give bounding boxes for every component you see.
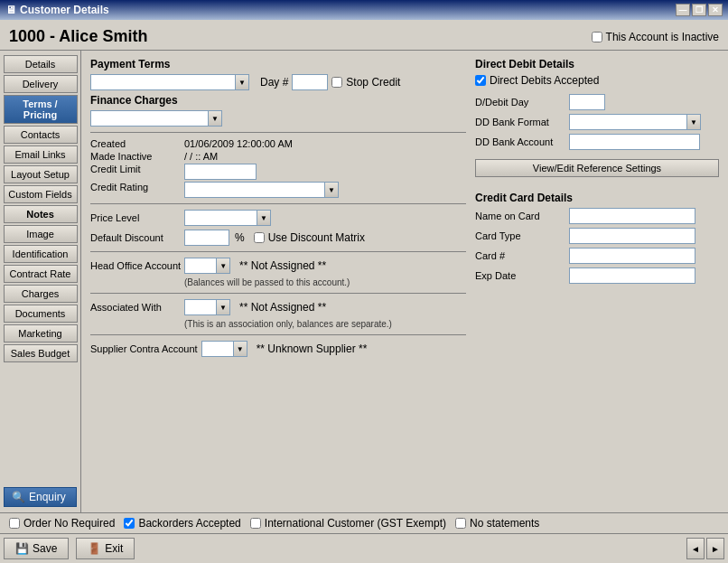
price-level-combo: Retail ▼: [184, 210, 271, 226]
supplier-contra-combo: 505 ▼: [201, 341, 247, 357]
payment-terms-title: Payment Terms: [90, 58, 466, 70]
sidebar-item-terms-pricing[interactable]: Terms / Pricing: [4, 95, 78, 124]
backorders-accepted-checkbox[interactable]: [124, 518, 135, 529]
card-number-label: Card #: [475, 250, 565, 261]
inactive-label: This Account is Inactive: [606, 31, 719, 43]
sidebar-item-image[interactable]: Image: [4, 225, 78, 243]
associated-with-input[interactable]: 0: [184, 299, 216, 315]
sidebar-item-delivery[interactable]: Delivery: [4, 75, 78, 93]
payment-term-input[interactable]: Given Day After EOM: [90, 74, 235, 90]
associated-with-combo: 0 ▼: [184, 299, 230, 315]
exit-button[interactable]: 🚪 Exit: [76, 538, 135, 559]
default-discount-input[interactable]: 5.00: [184, 230, 229, 246]
sidebar-item-notes[interactable]: Notes: [4, 205, 78, 223]
head-office-label: Head Office Account: [90, 260, 181, 271]
credit-limit-input[interactable]: 25000: [184, 164, 257, 180]
credit-rating-label: Credit Rating: [90, 182, 181, 198]
enquiry-button[interactable]: 🔍 Enquiry: [4, 487, 77, 507]
sidebar-item-charges[interactable]: Charges: [4, 285, 78, 303]
associated-with-dropdown-btn[interactable]: ▼: [216, 299, 230, 315]
sidebar-item-marketing[interactable]: Marketing: [4, 324, 78, 342]
card-type-input[interactable]: [569, 228, 695, 244]
action-bar: 💾 Save 🚪 Exit ◄ ►: [0, 533, 728, 563]
nav-next-button[interactable]: ►: [706, 538, 724, 559]
app-icon: 🖥: [5, 4, 16, 16]
exp-date-label: Exp Date: [475, 270, 565, 281]
no-statements-checkbox[interactable]: [455, 518, 466, 529]
restore-button[interactable]: ❐: [692, 4, 706, 16]
credit-rating-input[interactable]: Very good, pays on time: [184, 182, 324, 198]
order-no-required-label: Order No Required: [23, 517, 115, 530]
head-office-dropdown-btn[interactable]: ▼: [216, 258, 230, 274]
debit-day-input[interactable]: 1: [569, 94, 605, 110]
bank-account-input[interactable]: 01-0834- -00: [569, 134, 700, 150]
sidebar-item-details[interactable]: Details: [4, 55, 78, 73]
price-level-dropdown-btn[interactable]: ▼: [257, 210, 271, 226]
debit-day-row: D/Debit Day 1: [475, 94, 719, 110]
sidebar-item-layout-setup[interactable]: Layout Setup: [4, 165, 78, 183]
sidebar-item-identification[interactable]: Identification: [4, 245, 78, 263]
supplier-contra-label: Supplier Contra Account: [90, 343, 198, 354]
direct-debits-accepted-checkbox[interactable]: [475, 75, 486, 86]
supplier-contra-input[interactable]: 505: [201, 341, 233, 357]
created-value: 01/06/2009 12:00:00 AM: [184, 138, 466, 149]
save-button[interactable]: 💾 Save: [4, 538, 69, 559]
finance-rate-input[interactable]: Use Default Rate: [90, 110, 208, 127]
international-customer-checkbox[interactable]: [250, 518, 261, 529]
exp-date-row: Exp Date: [475, 267, 719, 284]
sidebar-item-sales-budget[interactable]: Sales Budget: [4, 344, 78, 362]
view-reference-settings-button[interactable]: View/Edit Reference Settings: [475, 159, 719, 177]
head-office-note: (Balances will be passed to this account…: [184, 277, 466, 287]
sidebar-item-documents[interactable]: Documents: [4, 305, 78, 323]
order-no-required-checkbox[interactable]: [9, 518, 20, 529]
inactive-section: This Account is Inactive: [592, 31, 719, 43]
made-inactive-value: / / :: AM: [184, 151, 466, 162]
day-number-input[interactable]: 20: [292, 74, 328, 90]
sidebar-item-email-links[interactable]: Email Links: [4, 145, 78, 164]
save-icon: 💾: [15, 542, 29, 555]
bank-format-input[interactable]: New Zealand Bank format: [569, 114, 686, 130]
payment-term-combo: Given Day After EOM ▼: [90, 74, 249, 90]
use-discount-matrix-checkbox[interactable]: [254, 232, 265, 243]
inactive-checkbox[interactable]: [592, 32, 602, 42]
price-level-label: Price Level: [90, 212, 181, 223]
no-statements-label: No statements: [470, 517, 539, 530]
supplier-contra-dropdown-btn[interactable]: ▼: [233, 341, 247, 357]
stop-credit-checkbox[interactable]: [331, 77, 342, 88]
sidebar-item-custom-fields[interactable]: Custom Fields: [4, 185, 78, 203]
order-no-required-row: Order No Required: [9, 517, 115, 530]
credit-limit-label: Credit Limit: [90, 164, 181, 180]
bank-account-label: DD Bank Account: [475, 136, 565, 147]
finance-rate-dropdown-btn[interactable]: ▼: [208, 110, 222, 127]
name-on-card-row: Name on Card: [475, 208, 719, 224]
nav-prev-button[interactable]: ◄: [686, 538, 705, 559]
no-statements-row: No statements: [455, 517, 539, 530]
backorders-accepted-row: Backorders Accepted: [124, 517, 240, 530]
finance-charges-title: Finance Charges: [90, 94, 466, 107]
price-level-row: Price Level Retail ▼: [90, 210, 466, 226]
card-number-row: Card #: [475, 248, 719, 264]
international-customer-row: International Customer (GST Exempt): [250, 517, 446, 530]
exp-date-input[interactable]: [569, 267, 695, 284]
main-content: Payment Terms Given Day After EOM ▼ Day …: [81, 51, 728, 512]
associated-with-row: Associated With 0 ▼ ** Not Assigned **: [90, 299, 466, 315]
credit-limit-row: 25000: [184, 164, 466, 180]
payment-terms-row: Given Day After EOM ▼ Day # 20 Stop Cred…: [90, 74, 466, 90]
sidebar-item-contract-rate[interactable]: Contract Rate: [4, 265, 78, 283]
close-button[interactable]: ✕: [708, 4, 723, 16]
payment-term-dropdown-btn[interactable]: ▼: [235, 74, 249, 90]
bank-format-dropdown-btn[interactable]: ▼: [686, 114, 701, 130]
sidebar: Details Delivery Terms / Pricing Contact…: [0, 51, 81, 512]
save-label: Save: [33, 542, 57, 555]
price-level-input[interactable]: Retail: [184, 210, 257, 226]
debit-day-label: D/Debit Day: [475, 97, 565, 108]
head-office-input[interactable]: 0: [184, 258, 216, 274]
sidebar-item-contacts[interactable]: Contacts: [4, 126, 78, 144]
card-number-input[interactable]: [569, 248, 695, 264]
exit-label: Exit: [105, 542, 123, 555]
head-office-assigned: ** Not Assigned **: [239, 259, 326, 272]
minimize-button[interactable]: —: [676, 4, 690, 16]
name-on-card-input[interactable]: [569, 208, 695, 224]
finance-rate-row: Use Default Rate ▼: [90, 110, 466, 127]
credit-rating-dropdown-btn[interactable]: ▼: [324, 182, 339, 198]
